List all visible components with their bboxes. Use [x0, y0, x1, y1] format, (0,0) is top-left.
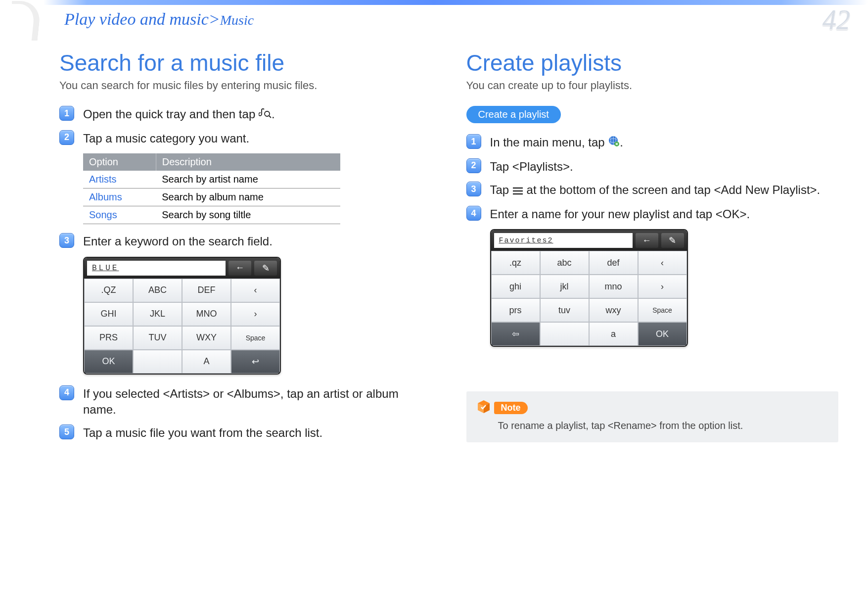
- left-heading: Search for a music file: [59, 49, 432, 76]
- breadcrumb-part2: Music: [220, 12, 254, 28]
- step-badge: 2: [466, 158, 481, 173]
- left-keypad: BLUE ← ✎ .QZABCDEF‹GHIJKLMNO›PRSTUVWXYSp…: [83, 257, 281, 375]
- note-body: To rename a playlist, tap <Rename> from …: [476, 420, 829, 431]
- keypad-key[interactable]: a: [589, 322, 638, 346]
- left-step-1: 1 Open the quick tray and then tap .: [59, 106, 432, 123]
- page-number: 42: [822, 4, 850, 36]
- step-badge: 1: [59, 106, 74, 121]
- keypad-input[interactable]: Favorites2: [494, 233, 633, 248]
- keypad-key[interactable]: ‹: [231, 279, 280, 302]
- opt-name: Artists: [83, 171, 156, 189]
- right-step-1b: .: [620, 136, 623, 149]
- note-label: Note: [494, 402, 528, 414]
- opt-desc: Search by album name: [156, 189, 340, 206]
- right-step-1: 1 In the main menu, tap .: [466, 134, 839, 151]
- right-step-2: 2 Tap <Playlists>.: [466, 158, 839, 175]
- left-step-3-text: Enter a keyword on the search field.: [83, 233, 273, 249]
- keypad-key[interactable]: ↩: [231, 350, 280, 374]
- left-step-2: 2 Tap a music category you want.: [59, 130, 432, 146]
- opt-name: Albums: [83, 189, 156, 206]
- keypad-key[interactable]: MNO: [182, 302, 231, 326]
- keypad-key[interactable]: TUV: [133, 326, 182, 350]
- keypad-key[interactable]: WXY: [182, 326, 231, 350]
- menu-icon: [512, 183, 523, 199]
- keypad-key[interactable]: prs: [491, 298, 540, 322]
- keypad-key[interactable]: ABC: [133, 279, 182, 302]
- keypad-key[interactable]: [540, 322, 589, 346]
- left-step-2-text: Tap a music category you want.: [83, 130, 249, 146]
- opts-head-option: Option: [83, 153, 156, 171]
- left-column: Search for a music file You can search f…: [59, 49, 432, 448]
- keypad-key[interactable]: [133, 350, 182, 374]
- keypad-key[interactable]: .qz: [491, 251, 540, 275]
- keypad-input[interactable]: BLUE: [87, 261, 226, 276]
- step-badge: 2: [59, 130, 74, 145]
- opt-name: Songs: [83, 206, 156, 224]
- keypad-key[interactable]: Space: [638, 298, 687, 322]
- right-step-3a: Tap: [490, 183, 512, 196]
- keypad-back-button[interactable]: ←: [228, 261, 251, 276]
- keypad-key[interactable]: ‹: [638, 251, 687, 275]
- left-step-3: 3 Enter a keyword on the search field.: [59, 233, 432, 249]
- breadcrumb-sep: >: [209, 10, 220, 28]
- keypad-key[interactable]: OK: [638, 322, 687, 346]
- opt-desc: Search by artist name: [156, 171, 340, 189]
- keypad-key[interactable]: PRS: [84, 326, 133, 350]
- table-row: Artists Search by artist name: [83, 171, 340, 189]
- left-step-1a: Open the quick tray and then tap: [83, 107, 259, 121]
- svg-point-0: [265, 111, 270, 116]
- step-badge: 1: [466, 134, 481, 149]
- keypad-edit-button[interactable]: ✎: [661, 233, 684, 248]
- keypad-key[interactable]: tuv: [540, 298, 589, 322]
- keypad-key[interactable]: A: [182, 350, 231, 374]
- left-step-1b: .: [272, 107, 275, 121]
- breadcrumb-swoosh: [8, 1, 42, 41]
- left-step-4: 4 If you selected <Artists> or <Albums>,…: [59, 385, 432, 418]
- right-lead: You can create up to four playlists.: [466, 79, 839, 92]
- keypad-key[interactable]: ›: [638, 275, 687, 298]
- right-step-4-text: Enter a name for your new playlist and t…: [490, 206, 750, 222]
- note-box: Note To rename a playlist, tap <Rename> …: [466, 391, 839, 442]
- opt-desc: Search by song tiltle: [156, 206, 340, 224]
- options-table: Option Description Artists Search by art…: [83, 153, 340, 224]
- keypad-key[interactable]: Space: [231, 326, 280, 350]
- keypad-key[interactable]: wxy: [589, 298, 638, 322]
- step-badge: 4: [59, 385, 74, 400]
- right-step-3b: at the bottom of the screen and tap <Add…: [527, 183, 821, 196]
- keypad-key[interactable]: abc: [540, 251, 589, 275]
- keypad-key[interactable]: DEF: [182, 279, 231, 302]
- step-badge: 3: [466, 182, 481, 196]
- keypad-key[interactable]: ⇦: [491, 322, 540, 346]
- keypad-key[interactable]: .QZ: [84, 279, 133, 302]
- table-row: Songs Search by song tiltle: [83, 206, 340, 224]
- keypad-key[interactable]: jkl: [540, 275, 589, 298]
- table-row: Albums Search by album name: [83, 189, 340, 206]
- keypad-key[interactable]: def: [589, 251, 638, 275]
- right-step-3: 3 Tap at the bottom of the screen and ta…: [466, 182, 839, 199]
- step-badge: 3: [59, 233, 74, 248]
- svg-line-1: [269, 116, 271, 118]
- keypad-key[interactable]: OK: [84, 350, 133, 374]
- left-lead: You can search for music files by enteri…: [59, 79, 432, 92]
- right-keypad: Favorites2 ← ✎ .qzabcdef‹ghijklmno›prstu…: [490, 229, 688, 347]
- right-step-1a: In the main menu, tap: [490, 136, 608, 149]
- top-accent-bar: [0, 0, 868, 5]
- breadcrumb-part1: Play video and music: [64, 10, 209, 28]
- left-step-4-text: If you selected <Artists> or <Albums>, t…: [83, 385, 432, 418]
- keypad-key[interactable]: ghi: [491, 275, 540, 298]
- left-step-5: 5 Tap a music file you want from the sea…: [59, 425, 432, 441]
- music-search-icon: [259, 107, 272, 123]
- right-heading: Create playlists: [466, 49, 839, 76]
- step-badge: 4: [466, 206, 481, 221]
- keypad-edit-button[interactable]: ✎: [254, 261, 277, 276]
- step-badge: 5: [59, 425, 74, 439]
- keypad-key[interactable]: JKL: [133, 302, 182, 326]
- note-cube-icon: [476, 399, 491, 416]
- right-step-2-text: Tap <Playlists>.: [490, 158, 573, 175]
- keypad-key[interactable]: ›: [231, 302, 280, 326]
- keypad-key[interactable]: mno: [589, 275, 638, 298]
- create-playlist-pill: Create a playlist: [466, 106, 561, 123]
- keypad-key[interactable]: GHI: [84, 302, 133, 326]
- keypad-back-button[interactable]: ←: [636, 233, 658, 248]
- globe-icon: [608, 135, 620, 151]
